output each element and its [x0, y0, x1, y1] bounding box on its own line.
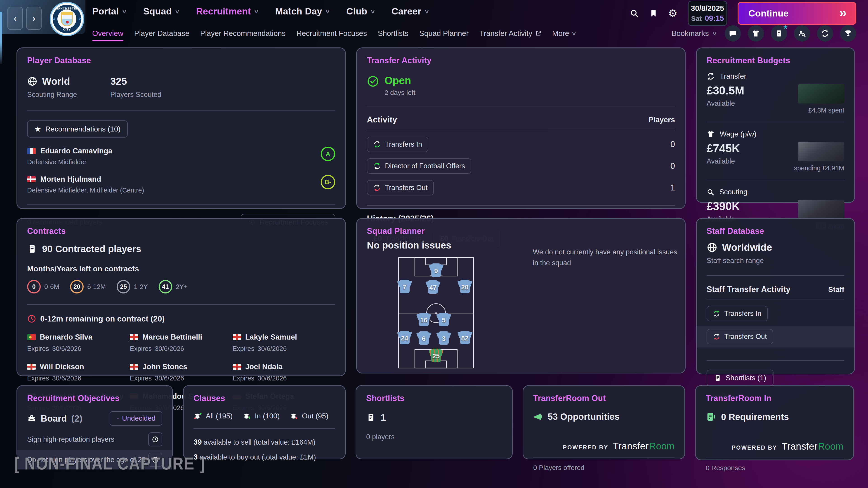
- recommendations-button[interactable]: ★ Recommendations (10): [27, 121, 128, 138]
- search-icon[interactable]: [630, 9, 639, 18]
- game-time: 09:15: [705, 14, 724, 23]
- double-chevron-icon: ››: [839, 5, 845, 20]
- chevron-down-icon: ∨: [175, 8, 180, 15]
- player-shirt[interactable]: 47: [425, 279, 441, 295]
- requirements-count: 0 Requirements: [721, 412, 789, 422]
- club-crest[interactable]: MANCHESTER CITY 18 94: [50, 2, 84, 36]
- denmark-flag-icon: [27, 176, 36, 182]
- staff-shortlists-button[interactable]: Shortlists (1): [707, 369, 774, 386]
- expiring-player[interactable]: Marcus Bettinelli Expires30/6/2026: [130, 333, 232, 352]
- player-shirt[interactable]: 20: [457, 278, 473, 295]
- transfer-budget-section[interactable]: Transfer £30.5M Available £4.3M spent: [707, 72, 844, 114]
- club-year-right: 94: [79, 17, 82, 20]
- chevron-down-icon: ∨: [370, 8, 375, 15]
- tab-more[interactable]: More∨: [552, 29, 576, 38]
- contract-band-6-12m[interactable]: 206-12M: [70, 280, 106, 293]
- expiring-player[interactable]: Lakyle Samuel Expires30/6/2026: [232, 333, 335, 352]
- clock-icon: [27, 314, 36, 323]
- expiring-player[interactable]: Joel Ndala Expires30/6/2026: [232, 362, 335, 382]
- history-forward-button[interactable]: ›: [26, 7, 41, 30]
- staff-range-label: Staff search range: [707, 257, 844, 265]
- england-flag-icon: [232, 334, 241, 340]
- header-bar: ‹ › MANCHESTER CITY 18 94 Portal∨ Squad∨…: [0, 0, 868, 44]
- player-shirt[interactable]: 16: [416, 311, 432, 328]
- contract-band-0-6m[interactable]: 00-6M: [27, 280, 59, 293]
- shirt-number: 9: [434, 267, 438, 274]
- staff-transfers-in-button[interactable]: Transfers In: [707, 306, 768, 321]
- squad-shirt-button[interactable]: [748, 25, 764, 41]
- objective-status-button[interactable]: - Undecided: [110, 411, 162, 426]
- player-shirt[interactable]: 24: [397, 329, 412, 346]
- recommended-player-row[interactable]: Morten Hjulmand Defensive Midfielder, Mi…: [27, 175, 335, 194]
- bookmark-icon[interactable]: [649, 9, 658, 18]
- clauses-all-tab[interactable]: All (195): [193, 412, 232, 420]
- transfers-out-button[interactable]: Transfers Out: [367, 180, 434, 195]
- game-day: Sat: [691, 15, 702, 22]
- scouting-budget-chart: [798, 200, 844, 219]
- player-shirt[interactable]: 3: [436, 330, 452, 346]
- tab-squad-planner[interactable]: Squad Planner: [419, 29, 469, 38]
- shirt-number: 24: [401, 334, 408, 342]
- inbox-messages-button[interactable]: [725, 25, 741, 41]
- gear-icon[interactable]: ⚙: [668, 8, 677, 19]
- nav-match-day[interactable]: Match Day∨: [275, 6, 330, 17]
- scouting-budget-amount: £390K: [707, 200, 740, 213]
- game-date-widget[interactable]: 30/8/2025 Sat 09:15: [688, 1, 727, 26]
- shirt-number: 5: [442, 317, 445, 324]
- nav-portal[interactable]: Portal∨: [92, 6, 126, 17]
- requirements-card-icon: [706, 412, 716, 422]
- transfer-budget-amount: £30.5M: [707, 84, 744, 97]
- player-shirt[interactable]: 6: [416, 330, 432, 346]
- nav-recruitment[interactable]: Recruitment∨: [196, 6, 258, 17]
- tab-shortlists[interactable]: Shortlists: [378, 29, 408, 38]
- france-flag-icon: [27, 148, 36, 154]
- continue-button[interactable]: Continue ››: [738, 2, 856, 25]
- scouting-range-value: World: [42, 76, 70, 87]
- wage-budget-section[interactable]: Wage (p/w) £745K Available spending £4.9…: [707, 130, 844, 172]
- transferroom-in-panel: TransferRoom In 0 Requirements POWERED B…: [695, 385, 854, 460]
- recruitment-budgets-panel: Recruitment Budgets Transfer £30.5M Avai…: [696, 47, 855, 203]
- formation-pitch[interactable]: 97472016524638225: [398, 257, 474, 369]
- transfer-in-icon: [373, 140, 381, 148]
- objective-history-button[interactable]: [148, 432, 162, 447]
- staff-transfers-out-button[interactable]: Transfers Out: [707, 329, 773, 344]
- history-back-button[interactable]: ‹: [7, 7, 23, 30]
- goalkeeper-shirt[interactable]: 25: [428, 347, 444, 363]
- player-shirt[interactable]: 9: [428, 262, 444, 278]
- nav-club[interactable]: Club∨: [346, 6, 375, 17]
- shirt-number: 47: [429, 284, 436, 291]
- player-shirt[interactable]: 5: [436, 311, 452, 328]
- trophy-button[interactable]: [840, 25, 856, 41]
- clauses-in-tab[interactable]: In (100): [243, 412, 280, 420]
- tab-recruitment-focuses[interactable]: Recruitment Focuses: [296, 29, 367, 38]
- activity-column-header: Activity: [367, 115, 397, 125]
- objective-row[interactable]: Sign high-reputation players: [27, 432, 162, 447]
- clauses-out-tab[interactable]: Out (95): [289, 412, 328, 420]
- transfer-card-button[interactable]: ★: [771, 25, 787, 41]
- non-final-capture-watermark: [ NON-FINAL CAPTURE ]: [14, 454, 205, 473]
- transfer-icon: [707, 72, 715, 80]
- bookmarks-dropdown[interactable]: Bookmarks ∨: [672, 29, 717, 38]
- transfers-in-button[interactable]: Transfers In: [367, 137, 428, 152]
- nav-squad[interactable]: Squad∨: [143, 6, 179, 17]
- tab-player-recommendations[interactable]: Player Recommendations: [200, 29, 286, 38]
- contract-band-2y-plus[interactable]: 412Y+: [159, 280, 188, 293]
- chevron-down-icon: ∨: [424, 8, 430, 15]
- player-shirt[interactable]: 82: [457, 329, 473, 346]
- chevron-down-icon: ∨: [712, 30, 717, 37]
- expiring-player[interactable]: Will Dickson Expires30/6/2026: [27, 362, 130, 382]
- player-database-panel: Player Database World Scouting Range 325…: [17, 47, 346, 209]
- contract-band-1-2y[interactable]: 251-2Y: [117, 280, 148, 293]
- dof-offers-button[interactable]: Director of Football Offers: [367, 158, 471, 174]
- scouting-search-button[interactable]: [794, 25, 810, 41]
- sync-button[interactable]: [817, 25, 833, 41]
- expiring-player[interactable]: Bernardo Silva Expires30/6/2026: [27, 333, 130, 352]
- tab-player-database[interactable]: Player Database: [134, 29, 189, 38]
- tab-overview[interactable]: Overview: [92, 29, 123, 38]
- expiring-player[interactable]: John Stones Expires30/6/2026: [130, 362, 232, 382]
- tab-transfer-activity[interactable]: Transfer Activity: [479, 29, 541, 38]
- nav-career[interactable]: Career∨: [392, 6, 429, 17]
- player-shirt[interactable]: 7: [397, 278, 412, 295]
- recommended-player-row[interactable]: Eduardo Camavinga Defensive Midfielder A: [27, 147, 335, 166]
- panel-title: TransferRoom In: [706, 394, 843, 403]
